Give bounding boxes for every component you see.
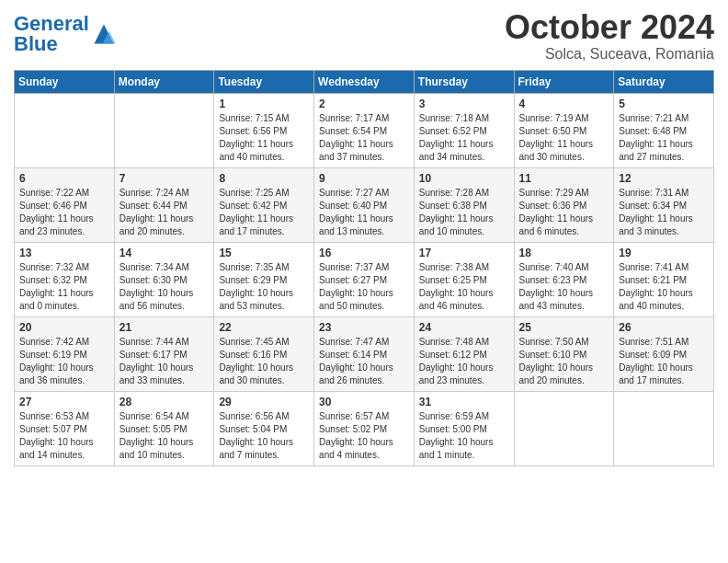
day-number: 1: [219, 98, 309, 110]
day-info: Sunrise: 7:29 AM Sunset: 6:36 PM Dayligh…: [519, 187, 609, 238]
calendar-table: SundayMondayTuesdayWednesdayThursdayFrid…: [14, 70, 714, 466]
day-number: 16: [319, 247, 409, 259]
calendar-cell: 8Sunrise: 7:25 AM Sunset: 6:42 PM Daylig…: [214, 167, 314, 242]
day-info: Sunrise: 7:34 AM Sunset: 6:30 PM Dayligh…: [119, 261, 210, 313]
calendar-cell: 15Sunrise: 7:35 AM Sunset: 6:29 PM Dayli…: [214, 242, 314, 316]
calendar-cell: 20Sunrise: 7:42 AM Sunset: 6:19 PM Dayli…: [15, 316, 115, 391]
day-number: 9: [319, 172, 409, 185]
calendar-cell: 12Sunrise: 7:31 AM Sunset: 6:34 PM Dayli…: [614, 167, 714, 242]
day-info: Sunrise: 6:57 AM Sunset: 5:02 PM Dayligh…: [319, 410, 409, 462]
calendar-cell: [15, 93, 115, 167]
calendar-cell: 7Sunrise: 7:24 AM Sunset: 6:44 PM Daylig…: [114, 167, 214, 242]
header: General Blue October 2024 Solca, Suceava…: [14, 9, 714, 63]
day-number: 10: [419, 172, 509, 185]
day-number: 27: [19, 396, 109, 408]
day-number: 3: [419, 98, 509, 110]
day-info: Sunrise: 7:24 AM Sunset: 6:44 PM Dayligh…: [119, 187, 210, 238]
logo-icon: [91, 21, 117, 47]
calendar-cell: 9Sunrise: 7:27 AM Sunset: 6:40 PM Daylig…: [314, 167, 415, 242]
day-info: Sunrise: 7:37 AM Sunset: 6:27 PM Dayligh…: [319, 261, 409, 313]
calendar-cell: 30Sunrise: 6:57 AM Sunset: 5:02 PM Dayli…: [314, 391, 415, 465]
day-number: 30: [319, 396, 409, 408]
day-number: 18: [519, 247, 609, 259]
calendar-cell: 18Sunrise: 7:40 AM Sunset: 6:23 PM Dayli…: [514, 242, 614, 316]
day-info: Sunrise: 7:38 AM Sunset: 6:25 PM Dayligh…: [419, 261, 509, 313]
calendar-cell: 13Sunrise: 7:32 AM Sunset: 6:32 PM Dayli…: [15, 242, 115, 316]
calendar-cell: 25Sunrise: 7:50 AM Sunset: 6:10 PM Dayli…: [514, 316, 614, 391]
day-number: 8: [219, 172, 309, 185]
calendar-cell: 6Sunrise: 7:22 AM Sunset: 6:46 PM Daylig…: [15, 167, 115, 242]
calendar-cell: 10Sunrise: 7:28 AM Sunset: 6:38 PM Dayli…: [414, 167, 514, 242]
day-number: 6: [19, 172, 109, 185]
day-info: Sunrise: 7:35 AM Sunset: 6:29 PM Dayligh…: [219, 261, 309, 313]
calendar-cell: 3Sunrise: 7:18 AM Sunset: 6:52 PM Daylig…: [414, 93, 514, 167]
day-info: Sunrise: 7:25 AM Sunset: 6:42 PM Dayligh…: [219, 187, 309, 238]
calendar-cell: 22Sunrise: 7:45 AM Sunset: 6:16 PM Dayli…: [214, 316, 314, 391]
day-info: Sunrise: 7:41 AM Sunset: 6:21 PM Dayligh…: [619, 261, 709, 313]
weekday-header: Thursday: [414, 70, 514, 93]
day-info: Sunrise: 6:53 AM Sunset: 5:07 PM Dayligh…: [19, 410, 109, 462]
day-info: Sunrise: 6:56 AM Sunset: 5:04 PM Dayligh…: [219, 410, 309, 462]
day-number: 22: [219, 321, 309, 334]
day-number: 20: [19, 321, 109, 334]
day-info: Sunrise: 7:28 AM Sunset: 6:38 PM Dayligh…: [419, 187, 509, 238]
logo-blue: Blue: [14, 32, 58, 55]
logo: General Blue: [14, 14, 117, 54]
calendar-cell: 16Sunrise: 7:37 AM Sunset: 6:27 PM Dayli…: [314, 242, 415, 316]
day-info: Sunrise: 7:48 AM Sunset: 6:12 PM Dayligh…: [419, 336, 509, 387]
weekday-header: Saturday: [614, 70, 714, 93]
calendar-cell: 31Sunrise: 6:59 AM Sunset: 5:00 PM Dayli…: [414, 391, 514, 465]
day-info: Sunrise: 7:42 AM Sunset: 6:19 PM Dayligh…: [19, 336, 109, 387]
day-info: Sunrise: 7:47 AM Sunset: 6:14 PM Dayligh…: [319, 336, 409, 387]
calendar-header-row: SundayMondayTuesdayWednesdayThursdayFrid…: [15, 70, 714, 93]
day-number: 13: [19, 247, 109, 259]
day-number: 2: [319, 98, 409, 110]
month-title: October 2024: [505, 9, 714, 46]
day-number: 23: [319, 321, 409, 334]
calendar-cell: 23Sunrise: 7:47 AM Sunset: 6:14 PM Dayli…: [314, 316, 415, 391]
day-info: Sunrise: 7:32 AM Sunset: 6:32 PM Dayligh…: [19, 261, 109, 313]
day-info: Sunrise: 7:27 AM Sunset: 6:40 PM Dayligh…: [319, 187, 409, 238]
day-number: 4: [519, 98, 609, 110]
day-info: Sunrise: 7:45 AM Sunset: 6:16 PM Dayligh…: [219, 336, 309, 387]
day-number: 12: [619, 172, 709, 185]
calendar-cell: 26Sunrise: 7:51 AM Sunset: 6:09 PM Dayli…: [614, 316, 714, 391]
day-number: 19: [619, 247, 709, 259]
title-block: October 2024 Solca, Suceava, Romania: [505, 9, 714, 63]
day-info: Sunrise: 6:54 AM Sunset: 5:05 PM Dayligh…: [119, 410, 210, 462]
calendar-cell: 4Sunrise: 7:19 AM Sunset: 6:50 PM Daylig…: [514, 93, 614, 167]
day-info: Sunrise: 7:18 AM Sunset: 6:52 PM Dayligh…: [419, 112, 509, 164]
calendar-week-row: 27Sunrise: 6:53 AM Sunset: 5:07 PM Dayli…: [15, 391, 714, 465]
day-info: Sunrise: 7:40 AM Sunset: 6:23 PM Dayligh…: [519, 261, 609, 313]
location: Solca, Suceava, Romania: [505, 46, 714, 63]
day-number: 29: [219, 396, 309, 408]
calendar-cell: 2Sunrise: 7:17 AM Sunset: 6:54 PM Daylig…: [314, 93, 415, 167]
day-number: 11: [519, 172, 609, 185]
calendar-cell: [614, 391, 714, 465]
calendar-cell: 5Sunrise: 7:21 AM Sunset: 6:48 PM Daylig…: [614, 93, 714, 167]
day-number: 21: [119, 321, 210, 334]
day-number: 24: [419, 321, 509, 334]
day-number: 28: [119, 396, 210, 408]
calendar-cell: [114, 93, 214, 167]
day-info: Sunrise: 7:17 AM Sunset: 6:54 PM Dayligh…: [319, 112, 409, 164]
calendar-cell: 19Sunrise: 7:41 AM Sunset: 6:21 PM Dayli…: [614, 242, 714, 316]
day-info: Sunrise: 7:44 AM Sunset: 6:17 PM Dayligh…: [119, 336, 210, 387]
day-info: Sunrise: 7:21 AM Sunset: 6:48 PM Dayligh…: [619, 112, 709, 164]
day-number: 25: [519, 321, 609, 334]
day-info: Sunrise: 7:50 AM Sunset: 6:10 PM Dayligh…: [519, 336, 609, 387]
day-info: Sunrise: 7:51 AM Sunset: 6:09 PM Dayligh…: [619, 336, 709, 387]
weekday-header: Tuesday: [214, 70, 314, 93]
day-info: Sunrise: 7:19 AM Sunset: 6:50 PM Dayligh…: [519, 112, 609, 164]
day-number: 31: [419, 396, 509, 408]
day-number: 14: [119, 247, 210, 259]
calendar-cell: 27Sunrise: 6:53 AM Sunset: 5:07 PM Dayli…: [15, 391, 115, 465]
calendar-cell: 11Sunrise: 7:29 AM Sunset: 6:36 PM Dayli…: [514, 167, 614, 242]
calendar-cell: 24Sunrise: 7:48 AM Sunset: 6:12 PM Dayli…: [414, 316, 514, 391]
logo-text: General Blue: [14, 14, 89, 54]
calendar-week-row: 6Sunrise: 7:22 AM Sunset: 6:46 PM Daylig…: [15, 167, 714, 242]
calendar-cell: 14Sunrise: 7:34 AM Sunset: 6:30 PM Dayli…: [114, 242, 214, 316]
calendar-cell: [514, 391, 614, 465]
calendar-week-row: 13Sunrise: 7:32 AM Sunset: 6:32 PM Dayli…: [15, 242, 714, 316]
calendar-cell: 17Sunrise: 7:38 AM Sunset: 6:25 PM Dayli…: [414, 242, 514, 316]
